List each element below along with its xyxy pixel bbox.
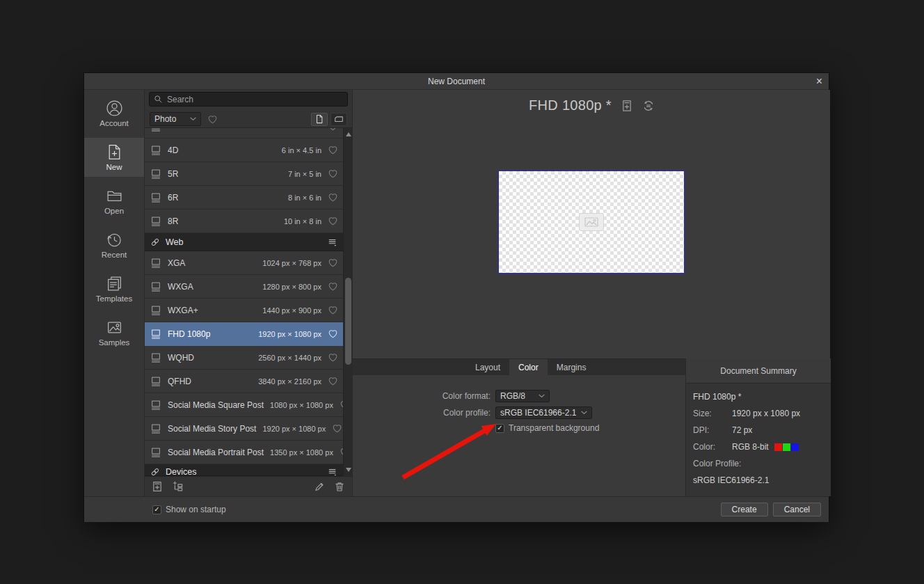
favorite-heart-icon[interactable] (328, 258, 338, 268)
favorites-filter-heart-icon[interactable] (207, 114, 218, 125)
preset-name: XGA (168, 258, 185, 268)
preset-name: WXGA+ (168, 306, 198, 315)
preset-row[interactable]: Social Media Square Post 1080 px × 1080 … (145, 393, 343, 417)
sidebar-item-recent[interactable]: Recent (84, 226, 144, 265)
favorite-heart-icon[interactable] (328, 352, 338, 363)
preset-list-toolbar (145, 476, 352, 496)
transparent-background-label: Transparent background (509, 423, 599, 433)
preset-row[interactable]: WXGA 1280 px × 800 px (145, 275, 343, 299)
preset-row[interactable]: 4D 6 in × 4.5 in (145, 139, 343, 162)
tab-layout[interactable]: Layout (466, 359, 509, 376)
preset-dimensions: 1280 px × 800 px (262, 283, 321, 291)
link-icon (150, 467, 160, 476)
preset-dimensions: 1080 px × 1080 px (270, 401, 333, 409)
check-icon: ✓ (497, 425, 502, 432)
section-header-devices[interactable]: Devices (145, 464, 343, 476)
chevron-down-icon (190, 117, 196, 121)
preset-panel: Photo 4D 6 in (145, 90, 352, 496)
preset-dimensions: 8 in × 6 in (288, 194, 321, 202)
portrait-view-toggle[interactable] (311, 113, 328, 126)
preset-doc-icon (150, 376, 161, 387)
size-value: 1920 px x 1080 px (732, 409, 800, 418)
preset-row[interactable]: 5R 7 in × 5 in (145, 162, 343, 186)
screen-background: New Document × Account New Open Recent (0, 0, 924, 584)
create-button[interactable]: Create (721, 503, 768, 516)
preset-name: QFHD (168, 377, 191, 386)
preset-name: Social Media Square Post (168, 400, 264, 410)
transparent-background-checkbox[interactable]: ✓ (495, 424, 504, 433)
sidebar-item-templates[interactable]: Templates (84, 269, 144, 308)
document-summary-panel: Document Summary FHD 1080p * Size: 1920 … (685, 358, 831, 496)
add-category-icon[interactable] (173, 481, 184, 492)
section-menu-icon[interactable] (328, 467, 337, 476)
favorite-heart-icon[interactable] (332, 423, 342, 434)
preset-row[interactable]: XGA 1024 px × 768 px (145, 251, 343, 275)
tab-color[interactable]: Color (509, 359, 548, 376)
preset-row[interactable]: 8R 10 in × 8 in (145, 210, 343, 233)
preset-dimensions: 1920 px × 1080 px (262, 425, 326, 433)
rename-preset-icon[interactable] (314, 481, 325, 492)
transparent-background-row: ✓ Transparent background (353, 423, 685, 433)
view-toggles (311, 113, 347, 126)
section-header-web[interactable]: Web (145, 233, 343, 251)
dpi-value: 72 px (732, 425, 752, 435)
preset-doc-icon (150, 258, 161, 269)
sidebar-item-label: Open (104, 207, 124, 215)
new-document-icon (106, 143, 123, 161)
samples-icon (106, 319, 123, 336)
favorite-heart-icon[interactable] (328, 168, 338, 179)
preset-dimensions: 6 in × 4.5 in (282, 146, 321, 155)
sidebar-item-label: Templates (96, 294, 132, 303)
preset-row[interactable]: Social Media Story Post 1920 px × 1080 p… (145, 417, 343, 441)
preset-filter-row: Photo (145, 111, 352, 128)
favorite-heart-icon[interactable] (328, 145, 338, 155)
preview-title-row: FHD 1080p * (353, 97, 831, 113)
preset-row[interactable]: WQHD 2560 px × 1440 px (145, 346, 343, 370)
preset-row[interactable]: QFHD 3840 px × 2160 px (145, 370, 343, 393)
scrollbar-thumb[interactable] (345, 278, 351, 365)
chevron-down-icon (539, 394, 545, 398)
cancel-button[interactable]: Cancel (773, 503, 821, 516)
sidebar-item-samples[interactable]: Samples (84, 313, 144, 352)
add-preset-icon[interactable] (152, 481, 163, 492)
templates-icon (106, 275, 123, 292)
reset-sync-icon[interactable] (642, 100, 655, 112)
favorite-heart-icon[interactable] (328, 216, 338, 226)
show-on-startup-label: Show on startup (166, 505, 226, 514)
preset-row-clipped[interactable] (145, 128, 343, 139)
color-profile-row: Color profile: sRGB IEC61966-2.1 (353, 407, 685, 419)
sidebar-item-open[interactable]: Open (84, 182, 144, 221)
preset-row-selected[interactable]: FHD 1080p 1920 px × 1080 px (145, 322, 343, 346)
close-icon[interactable]: × (816, 73, 822, 89)
preset-row[interactable]: WXGA+ 1440 px × 900 px (145, 299, 343, 322)
preset-row[interactable]: 6R 8 in × 6 in (145, 186, 343, 210)
color-profile-dropdown[interactable]: sRGB IEC61966-2.1 (495, 407, 592, 419)
section-menu-icon[interactable] (328, 237, 337, 247)
preset-row[interactable]: Social Media Portrait Post 1350 px × 108… (145, 441, 343, 464)
color-format-dropdown[interactable]: RGB/8 (495, 390, 550, 402)
search-input[interactable] (167, 95, 343, 104)
sidebar-item-account[interactable]: Account (84, 94, 144, 133)
favorite-heart-icon[interactable] (328, 376, 338, 386)
preset-doc-icon (150, 329, 161, 340)
preset-doc-icon (150, 128, 161, 132)
preset-doc-icon (150, 423, 161, 434)
favorite-heart-icon[interactable] (328, 128, 338, 132)
sidebar-item-new[interactable]: New (84, 138, 144, 177)
dpi-label: DPI: (693, 425, 732, 435)
save-preset-icon[interactable] (621, 100, 633, 112)
sidebar-item-label: Samples (99, 338, 130, 347)
favorite-heart-icon[interactable] (328, 329, 338, 339)
tab-margins[interactable]: Margins (548, 359, 596, 376)
profile-value: sRGB IEC61966-2.1 (693, 475, 769, 485)
transparent-canvas-preview (497, 170, 685, 274)
preset-list-scrollbar[interactable] (343, 128, 352, 476)
delete-trash-icon[interactable] (334, 481, 345, 492)
show-on-startup-checkbox[interactable]: ✓ (152, 505, 161, 514)
favorite-heart-icon[interactable] (328, 305, 338, 315)
favorite-heart-icon[interactable] (328, 281, 338, 292)
color-settings-panel: Color format: RGB/8 Color profile: sRGB … (353, 375, 685, 496)
landscape-view-toggle[interactable] (330, 113, 347, 126)
favorite-heart-icon[interactable] (328, 192, 338, 203)
category-dropdown[interactable]: Photo (150, 112, 201, 126)
